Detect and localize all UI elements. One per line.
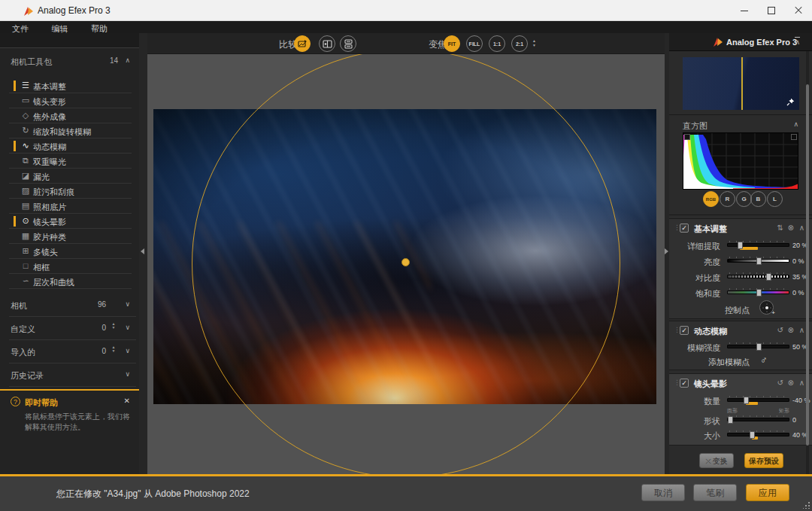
title-bar: Analog Efex Pro 3: [0, 0, 812, 21]
camera-toolkit-count: 14: [110, 56, 118, 65]
collection-custom[interactable]: 自定义 0 ▲▼ ∨: [0, 317, 139, 340]
saturation-slider[interactable]: [727, 290, 789, 294]
camera-toolkit-header[interactable]: 相机工具包 14 ∧: [0, 54, 139, 71]
minimize-button[interactable]: [731, 0, 758, 21]
tool-zoom-rotate-blur[interactable]: ↻缩放和旋转模糊: [0, 123, 139, 138]
collection-cameras[interactable]: 相机 96 ∨: [0, 294, 139, 317]
tool-bokeh[interactable]: ◇焦外成像: [0, 108, 139, 123]
slider-vignette-size: 大小 40 %: [669, 428, 812, 442]
slider-handle[interactable]: [756, 257, 762, 265]
vignette-center-handle[interactable]: [401, 258, 410, 266]
slider-handle[interactable]: [756, 289, 762, 297]
zoom-stepper-icon[interactable]: ▲▼: [531, 38, 538, 47]
chevron-down-icon[interactable]: ∨: [125, 300, 130, 308]
tool-film-types[interactable]: ▦胶片种类: [0, 229, 139, 244]
enable-checkbox[interactable]: ✓: [680, 326, 689, 335]
resize-grip[interactable]: [803, 502, 810, 509]
zoom-fill-button[interactable]: FILL: [466, 35, 483, 52]
compare-split-button[interactable]: [319, 35, 335, 52]
pin-icon[interactable]: [786, 98, 795, 106]
tool-levels-curves[interactable]: ∽层次和曲线: [0, 274, 139, 289]
apply-button[interactable]: 应用: [746, 484, 789, 501]
maximize-button[interactable]: [758, 0, 785, 21]
collapse-icon[interactable]: ∧: [799, 224, 804, 232]
contrast-slider[interactable]: [727, 275, 789, 278]
tool-light-leaks[interactable]: ◪漏光: [0, 169, 139, 184]
chevron-up-icon[interactable]: ∧: [125, 56, 130, 64]
reset-icon[interactable]: ↺: [777, 326, 783, 334]
highlight-clipping-toggle: [792, 135, 797, 140]
tool-lens-distortion[interactable]: ▭镜头变形: [0, 93, 139, 108]
add-blur-point-icon[interactable]: ♂: [760, 354, 768, 366]
tool-double-exposure[interactable]: ⧉双重曝光: [0, 154, 139, 169]
slider-handle[interactable]: [728, 416, 733, 424]
detail-extraction-slider[interactable]: [727, 243, 789, 247]
collapse-left-icon[interactable]: [141, 248, 144, 254]
vignette-shape-slider[interactable]: [727, 418, 789, 421]
collapse-panel-icon[interactable]: ∧: [795, 37, 800, 46]
slider-handle[interactable]: [738, 242, 743, 249]
stepper-icon[interactable]: ▲▼: [111, 322, 117, 330]
save-preset-button[interactable]: 保存预设: [744, 453, 783, 468]
compare-sidebyside-button[interactable]: [340, 35, 356, 52]
slider-handle[interactable]: [756, 343, 762, 351]
zoom-2-1-button[interactable]: 2:1: [511, 35, 528, 52]
tool-multi-lens[interactable]: ⊞多镜头: [0, 244, 139, 259]
before-after-split-line[interactable]: [741, 57, 743, 110]
remove-icon[interactable]: ⊗: [788, 224, 794, 232]
brush-button[interactable]: 笔刷: [693, 484, 737, 501]
remove-icon[interactable]: ⊗: [788, 379, 794, 387]
vignette-size-slider[interactable]: [727, 433, 789, 436]
slider-handle[interactable]: [766, 273, 771, 281]
tool-dirt-scratches[interactable]: ▨脏污和刮痕: [0, 184, 139, 199]
control-points-label: 控制点: [695, 305, 750, 316]
add-control-point-icon[interactable]: +: [759, 300, 774, 315]
tool-photo-plate[interactable]: ▤照相底片: [0, 199, 139, 214]
channel-l-button[interactable]: L: [767, 191, 783, 207]
slider-handle[interactable]: [744, 397, 749, 404]
slider-handle[interactable]: [750, 431, 755, 439]
chevron-down-icon[interactable]: ∨: [125, 347, 130, 354]
stepper-icon[interactable]: ▲▼: [111, 345, 117, 353]
left-panel-collapse-strip[interactable]: [139, 33, 147, 474]
scrollbar-thumb[interactable]: [806, 84, 809, 446]
close-button[interactable]: [785, 0, 812, 21]
bottom-bar: 您正在修改 "A34.jpg" 从 Adobe Photoshop 2022 取…: [0, 476, 812, 511]
chevron-down-icon[interactable]: ∨: [125, 370, 130, 378]
collapse-icon[interactable]: ∧: [799, 326, 804, 334]
collection-imported[interactable]: 导入的 0 ▲▼ ∨: [0, 340, 139, 363]
chevron-up-icon[interactable]: ∧: [793, 120, 798, 128]
channel-b-button[interactable]: B: [750, 191, 766, 207]
cancel-button[interactable]: 取消: [641, 484, 685, 501]
channel-g-button[interactable]: G: [736, 191, 752, 207]
tool-frames[interactable]: □相框: [0, 259, 139, 274]
photo-plate-icon: ▤: [20, 201, 31, 211]
enable-checkbox[interactable]: ✓: [680, 379, 689, 388]
preview-thumbnail[interactable]: [683, 57, 799, 110]
zoom-fit-button[interactable]: FIT: [444, 35, 460, 52]
transform-button[interactable]: ⤬变换: [699, 453, 734, 468]
enable-checkbox[interactable]: ✓: [680, 224, 689, 233]
collection-history[interactable]: 历史记录 ∨: [0, 363, 139, 387]
compare-toggle-button[interactable]: [294, 35, 311, 52]
side-by-side-icon: [344, 39, 353, 49]
tool-motion-blur[interactable]: ∿动态模糊: [0, 138, 139, 154]
remove-icon[interactable]: ⊗: [788, 326, 794, 334]
channel-rgb-button[interactable]: RGB: [703, 191, 719, 207]
vignette-amount-slider[interactable]: [727, 398, 789, 402]
tool-basic-adjustments[interactable]: ☰基本调整: [0, 78, 139, 93]
motion-blur-icon: ∿: [20, 141, 31, 151]
brightness-slider[interactable]: [727, 259, 789, 263]
close-icon[interactable]: ✕: [124, 397, 130, 405]
compare-image-icon: [298, 39, 308, 49]
reorder-icon[interactable]: ⇅: [777, 224, 783, 232]
channel-r-button[interactable]: R: [720, 191, 735, 207]
blur-strength-slider[interactable]: [727, 345, 789, 348]
collapse-right-icon[interactable]: [665, 248, 668, 254]
tool-lens-vignette[interactable]: ⊙镜头晕影: [0, 214, 139, 229]
chevron-down-icon[interactable]: ∨: [125, 324, 130, 331]
zoom-1-1-button[interactable]: 1:1: [489, 35, 505, 52]
tool-list: ☰基本调整 ▭镜头变形 ◇焦外成像 ↻缩放和旋转模糊 ∿动态模糊 ⧉双重曝光 ◪…: [0, 78, 139, 289]
reset-icon[interactable]: ↺: [777, 379, 783, 387]
collapse-icon[interactable]: ∧: [799, 379, 804, 387]
